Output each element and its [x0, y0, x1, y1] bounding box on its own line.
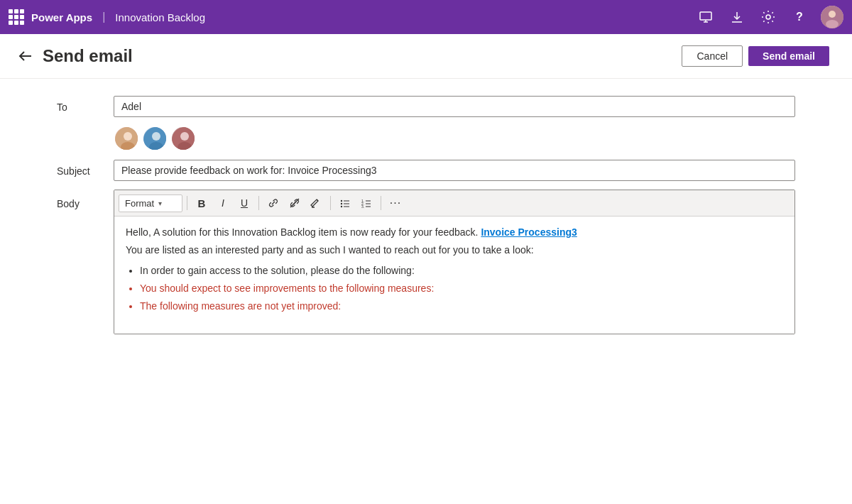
svg-rect-0 [700, 12, 711, 20]
body-line2: You are listed as an interested party an… [126, 243, 783, 258]
recipient-avatar-2[interactable] [142, 126, 168, 151]
svg-point-17 [180, 132, 189, 141]
subject-field-wrapper [114, 160, 795, 181]
main-content: Send email Cancel Send email To [0, 34, 852, 504]
bullet-list-button[interactable] [335, 193, 355, 213]
svg-point-23 [341, 206, 342, 207]
format-dropdown[interactable]: Format ▾ [119, 195, 182, 212]
svg-point-5 [766, 15, 770, 19]
numbered-list-button[interactable]: 1. 2. 3. [356, 193, 376, 213]
body-line1: Hello, A solution for this Innovation Ba… [126, 225, 783, 240]
download-icon[interactable] [727, 7, 747, 27]
invoice-link[interactable]: Invoice Processing3 [481, 226, 577, 238]
editor-content[interactable]: Hello, A solution for this Innovation Ba… [114, 217, 794, 334]
bullet-item-1: In order to gain access to the solution,… [140, 263, 783, 278]
unlink-button[interactable] [285, 193, 305, 213]
format-dropdown-label: Format [125, 198, 154, 209]
back-button[interactable] [17, 48, 34, 65]
highlight-button[interactable] [306, 193, 326, 213]
subject-input[interactable] [114, 160, 795, 181]
bullet-item-3: The following measures are not yet impro… [140, 299, 783, 314]
help-icon[interactable]: ? [790, 7, 809, 27]
page-header-left: Send email [17, 46, 133, 66]
topbar-right: ? [696, 6, 843, 28]
body-editor: Format ▾ B I U [114, 190, 795, 334]
topbar-appname: Innovation Backlog [115, 11, 205, 23]
topbar: Power Apps | Innovation Backlog ? [0, 0, 852, 34]
topbar-separator: | [102, 11, 105, 23]
italic-button[interactable]: I [213, 193, 233, 213]
link-button[interactable] [263, 193, 283, 213]
to-row: To [57, 96, 795, 117]
topbar-brand: Power Apps [31, 11, 92, 23]
toolbar-divider-1 [187, 196, 187, 210]
subject-label: Subject [57, 160, 114, 177]
body-row: Body Format ▾ B I U [57, 190, 795, 334]
page-title: Send email [43, 46, 133, 66]
settings-icon[interactable] [758, 7, 778, 27]
page-header: Send email Cancel Send email [0, 34, 852, 79]
header-actions: Cancel Send email [682, 45, 829, 67]
svg-point-14 [152, 132, 160, 141]
chevron-down-icon: ▾ [158, 199, 162, 207]
topbar-left: Power Apps | Innovation Backlog [9, 9, 205, 25]
user-avatar[interactable] [821, 6, 843, 28]
screen-icon[interactable] [696, 7, 716, 27]
toolbar-divider-2 [258, 196, 259, 210]
avatar-image [821, 6, 843, 28]
svg-point-8 [826, 20, 839, 28]
form-area: To [0, 79, 852, 360]
svg-point-21 [341, 200, 342, 202]
svg-point-22 [341, 203, 342, 204]
subject-row: Subject [57, 160, 795, 181]
svg-text:3.: 3. [361, 204, 364, 209]
underline-button[interactable]: U [234, 193, 254, 213]
to-label: To [57, 96, 114, 113]
svg-point-7 [829, 11, 836, 18]
cancel-button[interactable]: Cancel [682, 45, 743, 67]
waffle-icon[interactable] [9, 9, 24, 25]
toolbar-divider-4 [381, 196, 381, 210]
send-email-button[interactable]: Send email [748, 46, 829, 66]
to-field-wrapper [114, 96, 795, 117]
svg-point-11 [124, 132, 132, 141]
editor-toolbar: Format ▾ B I U [114, 190, 794, 217]
recipient-avatar-1[interactable] [114, 126, 139, 151]
body-bullet-list: In order to gain access to the solution,… [140, 263, 783, 314]
recipients-row [114, 126, 795, 151]
to-input[interactable] [114, 96, 795, 117]
more-options-button[interactable]: ··· [386, 193, 405, 213]
recipient-avatar-3[interactable] [170, 126, 196, 151]
toolbar-divider-3 [330, 196, 331, 210]
bold-button[interactable]: B [192, 193, 212, 213]
bullet-item-2: You should expect to see improvements to… [140, 281, 783, 296]
body-label: Body [57, 190, 114, 209]
